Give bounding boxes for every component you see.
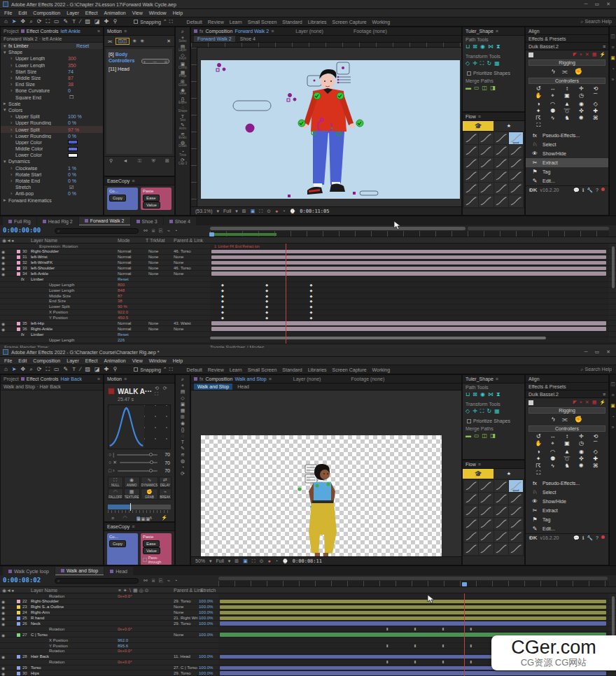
easing-preset[interactable]: [494, 183, 508, 195]
controller-shape-icon[interactable]: ↔: [550, 85, 556, 92]
effect-property-row[interactable]: ▾ fx Limber Reset: [1, 43, 103, 49]
expander-icon[interactable]: ›: [10, 191, 15, 196]
link-icon[interactable]: ⫘: [108, 38, 112, 44]
rigging-icon[interactable]: ✊: [575, 416, 582, 423]
effect-property-row[interactable]: Square End ☐: [1, 94, 103, 101]
timeline-navigator-rest[interactable]: [468, 227, 609, 230]
duik-menu-item[interactable]: fxPseudo-Effects...: [526, 131, 608, 140]
label-chip[interactable]: [17, 622, 20, 626]
easing-preset[interactable]: quad: [509, 132, 523, 144]
label-chip[interactable]: [17, 255, 20, 259]
blend-mode[interactable]: Normal: [118, 249, 131, 253]
checkbox-icon[interactable]: [134, 20, 138, 24]
property-value[interactable]: Reset: [76, 43, 89, 48]
motion-footer-icon[interactable]: ⛨: [151, 158, 155, 164]
modifier-tool[interactable]: ▣Comp: [178, 62, 187, 70]
modifier-tool[interactable]: ◍Disab: [178, 140, 187, 148]
slider-track[interactable]: [120, 462, 158, 463]
search-help[interactable]: ⌕ Search Help: [581, 367, 612, 372]
exposure-icon[interactable]: ◔: [282, 209, 285, 213]
track-area[interactable]: [218, 626, 609, 631]
easing-preset[interactable]: [464, 183, 478, 195]
menu-item[interactable]: Effect: [85, 10, 98, 15]
layer-name[interactable]: Right S..a Outline: [31, 605, 64, 609]
copy-button[interactable]: Copy: [109, 540, 126, 547]
property-value[interactable]: 0 %: [68, 191, 76, 196]
slider-row[interactable]: ○ | 70: [104, 451, 174, 458]
timeline-layer-row[interactable]: Rotation 0x+0.0°: [0, 626, 616, 632]
timeline-header-icon[interactable]: ⌸: [152, 228, 155, 234]
tool-icon[interactable]: ⟳: [37, 18, 42, 25]
timeline-layer-row[interactable]: ◉ 34 left-Ankle Normal None None: [0, 271, 616, 276]
property-value[interactable]: 800: [118, 283, 125, 287]
property-value[interactable]: 226: [118, 338, 125, 342]
duik-menu-item[interactable]: ✎Edit...: [526, 176, 608, 185]
modifier-tool[interactable]: ◇: [181, 395, 184, 400]
graph-mode-icons[interactable]: ⟲ ⟳ ⛶: [155, 386, 171, 397]
menu-item[interactable]: Effect: [85, 358, 98, 363]
track-matte[interactable]: None: [148, 260, 158, 265]
parent-link[interactable]: None: [174, 633, 183, 637]
label-chip[interactable]: [17, 639, 20, 642]
tab-project[interactable]: Project: [4, 376, 19, 381]
dock-edge-icon[interactable]: »: [612, 77, 615, 82]
layer-name[interactable]: End Size: [49, 299, 66, 303]
modifier-tool[interactable]: ⊞Guide: [178, 79, 187, 87]
property-value[interactable]: Reset: [118, 332, 129, 337]
property-value[interactable]: 100 %: [68, 114, 82, 119]
close-icon[interactable]: ✕: [167, 38, 171, 44]
timeline-layer-row[interactable]: ◉ 30 Right-Shoulder Normal None 46. Tors…: [0, 249, 616, 255]
flow-presets-tab[interactable]: 🎓: [463, 121, 493, 131]
easing-preset[interactable]: [464, 530, 478, 542]
timeline-layer-row[interactable]: ◉ 25 R hand 21. Right Wri 100.0%: [0, 616, 616, 621]
rigging-section-button[interactable]: Rigging: [528, 407, 606, 414]
parent-link[interactable]: 46. Torso: [174, 249, 191, 253]
parent-link[interactable]: None: [174, 327, 183, 331]
info-icon[interactable]: ℹ: [582, 188, 584, 193]
controller-shape-icon[interactable]: ▣: [564, 440, 570, 448]
timeline-header-icon[interactable]: ⌁: [167, 228, 170, 234]
track-area[interactable]: [218, 621, 609, 626]
property-value[interactable]: 922.0: [118, 310, 128, 314]
menu-item[interactable]: Animation: [104, 10, 126, 15]
motion-tool-button[interactable]: ⛶NULL: [108, 477, 123, 488]
parent-link[interactable]: 11. Head: [174, 654, 190, 659]
timeline-tab[interactable]: Shoe 4: [164, 217, 196, 225]
duik-tool-icon[interactable]: ✕: [585, 400, 589, 405]
property-value[interactable]: 0 %: [68, 172, 76, 177]
blend-mode[interactable]: Normal: [118, 321, 131, 325]
tab-footage[interactable]: Footage (none): [351, 376, 384, 381]
parent-link[interactable]: None: [174, 605, 183, 609]
current-timecode[interactable]: 0:00:08:02: [3, 577, 41, 584]
tool-icon[interactable]: ⟳: [37, 366, 42, 373]
motion-footer-icon[interactable]: ⚡: [161, 515, 167, 521]
value-button[interactable]: Value: [143, 202, 160, 209]
timeline-header-icon[interactable]: ⌸: [152, 578, 155, 584]
zoom-level[interactable]: (53.1%): [195, 209, 213, 213]
property-value[interactable]: 848: [118, 288, 125, 293]
expander-icon[interactable]: ▸: [4, 101, 8, 106]
dock-edge-icon[interactable]: ◫: [610, 34, 615, 39]
col-switches[interactable]: ⚭ ✦ ∖ ▦ ◎ ⊙: [118, 588, 149, 593]
effect-property-row[interactable]: › Middle Size 87: [1, 75, 103, 81]
motion-tool-button[interactable]: ∿DYNAMICS: [141, 477, 159, 488]
transform-tool-icon[interactable]: ▦: [494, 408, 500, 415]
layer-duration-bar[interactable]: [220, 605, 606, 609]
track-matte[interactable]: None: [148, 327, 158, 331]
layer-name[interactable]: Upper Length: [49, 283, 74, 287]
timeline-header-icon[interactable]: ◔: [174, 578, 177, 584]
label-chip[interactable]: [17, 666, 20, 670]
easing-preset[interactable]: [464, 543, 478, 555]
expander-icon[interactable]: ▾: [4, 50, 8, 55]
property-value[interactable]: 97 %: [68, 127, 79, 132]
controller-shape-icon[interactable]: ◠: [550, 101, 555, 107]
modifier-tool[interactable]: ▦: [181, 408, 186, 413]
workspace-tab[interactable]: Standard: [282, 367, 302, 372]
property-value[interactable]: 0x+0.0°: [118, 594, 132, 598]
motion-footer-icon[interactable]: ◠: [122, 515, 127, 521]
layer-name[interactable]: left-WristFK: [31, 260, 52, 265]
modifier-tool[interactable]: ▣: [181, 402, 186, 407]
menu-item[interactable]: Edit: [18, 358, 27, 363]
effect-property-row[interactable]: ▾ Dynamics: [1, 158, 103, 164]
layer-name[interactable]: left-Shoulder: [31, 266, 55, 270]
